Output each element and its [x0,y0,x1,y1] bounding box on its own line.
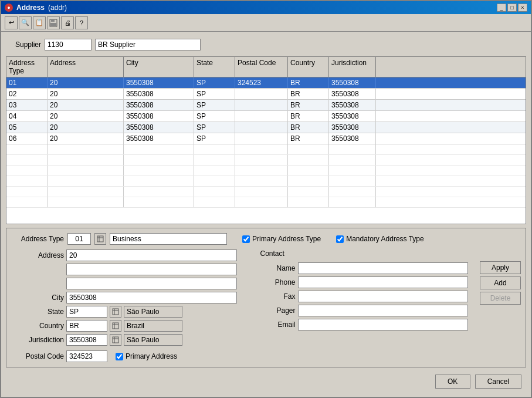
cell-address: 20 [48,100,124,110]
mandatory-address-type-label: Mandatory Address Type [346,235,424,243]
city-input[interactable] [66,292,237,303]
minimize-button[interactable]: _ [497,4,506,12]
jurisdiction-desc-input[interactable] [124,334,182,346]
apply-button[interactable]: Apply [480,261,521,274]
window-subtitle: (addr) [48,4,67,12]
svg-rect-6 [113,309,118,315]
toolbar-search-button[interactable]: 🔍 [19,16,32,29]
postal-code-field-label: Postal Code [11,352,64,360]
toolbar-save-button[interactable] [47,16,60,29]
empty-table-row [6,155,526,166]
table-body: 01 20 3550308 SP 324523 BR 3550308 02 20… [6,77,526,224]
state-lookup-icon[interactable] [110,306,121,318]
country-desc-input[interactable] [124,320,182,332]
cell-state: SP [194,77,235,88]
content-area: Supplier Address Type Address City State… [1,32,531,397]
cell-addr-type: 01 [6,77,48,88]
supplier-name-input[interactable] [95,39,201,50]
add-button[interactable]: Add [480,276,521,289]
cell-addr-type: 04 [6,111,48,122]
email-input[interactable] [298,319,469,330]
address-input[interactable] [66,249,237,261]
toolbar-clipboard-button[interactable]: 📋 [33,16,46,29]
postal-code-input[interactable] [66,350,107,362]
cell-city: 3550308 [124,122,194,133]
table-row[interactable]: 03 20 3550308 SP BR 3550308 [6,100,526,111]
primary-address-type-label: Primary Address Type [252,235,321,243]
jurisdiction-lookup-icon[interactable] [110,334,121,346]
jurisdiction-input[interactable] [66,334,107,346]
address-type-input[interactable] [67,233,91,245]
empty-table-row [6,144,526,155]
ok-button[interactable]: OK [435,375,470,389]
toolbar-help-button[interactable]: ? [75,16,88,29]
phone-input[interactable] [298,276,469,288]
cell-addr-type: 02 [6,89,48,99]
app-icon: ● [5,4,13,12]
address2-input[interactable] [66,264,237,275]
city-field-label: City [11,294,64,302]
state-field-label: State [11,308,64,316]
right-column: Contact Name Phone Fax Pa [243,249,469,362]
cell-jurisdiction: 3550308 [329,77,376,88]
jurisdiction-field-label: Jurisdiction [11,336,64,344]
col-country: Country [288,57,329,77]
cell-address: 20 [48,77,124,88]
name-field-row: Name [243,262,469,274]
col-address-type: Address Type [6,57,48,77]
svg-rect-2 [50,23,56,26]
table-row[interactable]: 01 20 3550308 SP 324523 BR 3550308 [6,77,526,89]
primary-address-checkbox[interactable] [116,353,123,360]
email-field-label: Email [243,321,296,329]
toolbar-print-button[interactable]: 🖨 [61,16,74,29]
delete-button[interactable]: Delete [480,292,521,305]
primary-address-type-checkbox[interactable] [242,235,250,243]
state-desc-input[interactable] [124,306,182,318]
name-field-label: Name [243,264,296,272]
mandatory-address-type-checkbox[interactable] [336,235,344,243]
fax-field-row: Fax [243,291,469,302]
name-input[interactable] [298,262,469,274]
main-window: ● Address (addr) _ □ × ↩ 🔍 📋 🖨 ? Supplie… [0,0,532,398]
cell-state: SP [194,111,235,122]
pager-field-row: Pager [243,305,469,316]
address-type-desc-input[interactable] [110,233,227,245]
address3-input[interactable] [66,278,237,289]
address-type-lookup-icon[interactable] [94,233,106,245]
cell-country: BR [288,100,329,110]
fax-input[interactable] [298,291,469,302]
cell-jurisdiction: 3550308 [329,122,376,133]
cell-jurisdiction: 3550308 [329,133,376,144]
supplier-label: Supplier [6,41,41,49]
cell-postal [235,122,288,133]
pager-input[interactable] [298,305,469,316]
country-input[interactable] [66,320,107,332]
cancel-button[interactable]: Cancel [475,375,521,389]
close-button[interactable]: × [518,4,527,12]
cell-postal [235,111,288,122]
cell-postal [235,89,288,99]
empty-table-row [6,187,526,197]
table-row[interactable]: 05 20 3550308 SP BR 3550308 [6,122,526,133]
phone-field-row: Phone [243,276,469,288]
primary-address-label: Primary Address [126,352,177,360]
country-lookup-icon[interactable] [110,320,121,332]
cell-city: 3550308 [124,100,194,110]
state-field-row: State [11,306,237,318]
contact-action-buttons: Apply Add Delete [480,249,521,362]
empty-table-row [6,166,526,176]
cell-city: 3550308 [124,133,194,144]
state-input[interactable] [66,306,107,318]
cell-city: 3550308 [124,89,194,99]
toolbar: ↩ 🔍 📋 🖨 ? [1,14,531,32]
left-column: Address City [11,249,237,362]
supplier-row: Supplier [6,36,526,53]
form-section: Address Type Primary Address Type Mandat… [6,228,526,367]
supplier-number-input[interactable] [45,39,92,50]
table-row[interactable]: 02 20 3550308 SP BR 3550308 [6,89,526,100]
table-row[interactable]: 06 20 3550308 SP BR 3550308 [6,133,526,144]
col-postal-code: Postal Code [235,57,288,77]
table-row[interactable]: 04 20 3550308 SP BR 3550308 [6,111,526,122]
maximize-button[interactable]: □ [507,4,517,12]
toolbar-back-button[interactable]: ↩ [5,16,18,29]
